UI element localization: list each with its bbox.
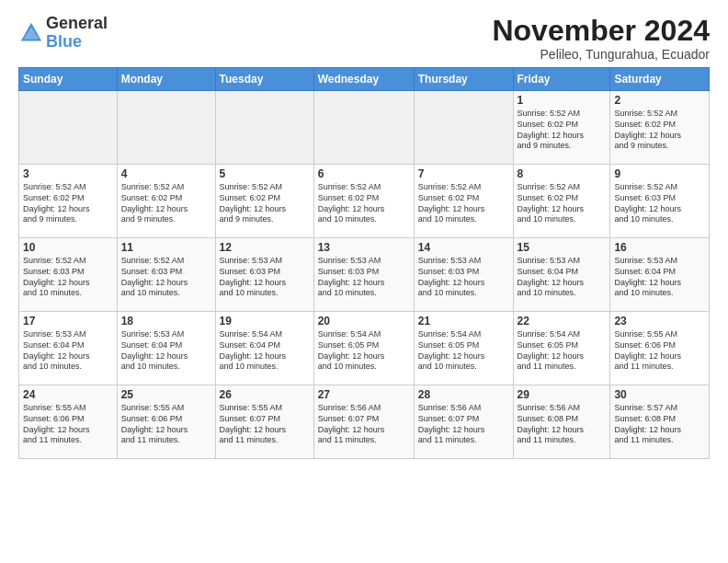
calendar-day: 6Sunrise: 5:52 AM Sunset: 6:02 PM Daylig… (313, 165, 414, 238)
calendar-day: 22Sunrise: 5:54 AM Sunset: 6:05 PM Dayli… (513, 312, 610, 385)
calendar-day: 29Sunrise: 5:56 AM Sunset: 6:08 PM Dayli… (513, 385, 610, 459)
calendar-day: 9Sunrise: 5:52 AM Sunset: 6:03 PM Daylig… (610, 165, 710, 238)
calendar-week: 17Sunrise: 5:53 AM Sunset: 6:04 PM Dayli… (19, 312, 710, 385)
month-title: November 2024 (492, 15, 710, 47)
logo-area: General Blue (18, 15, 108, 52)
day-info: Sunrise: 5:52 AM Sunset: 6:03 PM Dayligh… (614, 182, 705, 225)
calendar-day: 2Sunrise: 5:52 AM Sunset: 6:02 PM Daylig… (610, 91, 710, 165)
day-info: Sunrise: 5:54 AM Sunset: 6:04 PM Dayligh… (220, 329, 310, 373)
day-info: Sunrise: 5:55 AM Sunset: 6:06 PM Dayligh… (121, 403, 211, 446)
calendar-week: 10Sunrise: 5:52 AM Sunset: 6:03 PM Dayli… (19, 238, 710, 312)
day-number: 16 (614, 241, 705, 254)
day-info: Sunrise: 5:52 AM Sunset: 6:02 PM Dayligh… (121, 182, 211, 225)
page: General Blue November 2024 Pelileo, Tung… (0, 0, 728, 468)
day-info: Sunrise: 5:54 AM Sunset: 6:05 PM Dayligh… (418, 329, 509, 373)
logo-blue: Blue (46, 33, 108, 52)
calendar-day: 13Sunrise: 5:53 AM Sunset: 6:03 PM Dayli… (313, 238, 414, 312)
day-info: Sunrise: 5:53 AM Sunset: 6:03 PM Dayligh… (318, 256, 410, 299)
day-info: Sunrise: 5:52 AM Sunset: 6:02 PM Dayligh… (518, 109, 607, 152)
day-info: Sunrise: 5:54 AM Sunset: 6:05 PM Dayligh… (318, 329, 410, 373)
day-number: 27 (318, 388, 410, 401)
day-info: Sunrise: 5:53 AM Sunset: 6:04 PM Dayligh… (23, 329, 113, 373)
calendar-day: 18Sunrise: 5:53 AM Sunset: 6:04 PM Dayli… (117, 312, 215, 385)
calendar-day: 10Sunrise: 5:52 AM Sunset: 6:03 PM Dayli… (19, 238, 118, 312)
day-info: Sunrise: 5:52 AM Sunset: 6:02 PM Dayligh… (220, 182, 310, 225)
calendar-day: 8Sunrise: 5:52 AM Sunset: 6:02 PM Daylig… (513, 165, 610, 238)
calendar-day: 28Sunrise: 5:56 AM Sunset: 6:07 PM Dayli… (414, 385, 513, 459)
header-day: Saturday (610, 68, 710, 91)
day-number: 29 (518, 388, 607, 401)
day-info: Sunrise: 5:56 AM Sunset: 6:07 PM Dayligh… (418, 403, 509, 446)
calendar-day (215, 91, 313, 165)
day-number: 9 (614, 167, 705, 180)
calendar-day (19, 91, 118, 165)
day-info: Sunrise: 5:53 AM Sunset: 6:04 PM Dayligh… (614, 256, 705, 299)
title-area: November 2024 Pelileo, Tungurahua, Ecuad… (492, 15, 710, 62)
calendar-day: 19Sunrise: 5:54 AM Sunset: 6:04 PM Dayli… (215, 312, 313, 385)
day-number: 17 (23, 315, 113, 327)
logo-text: General Blue (46, 15, 108, 52)
day-number: 6 (318, 167, 410, 180)
day-info: Sunrise: 5:52 AM Sunset: 6:02 PM Dayligh… (23, 182, 113, 225)
day-number: 15 (518, 241, 607, 254)
header-area: General Blue November 2024 Pelileo, Tung… (18, 15, 710, 62)
day-number: 18 (121, 315, 211, 327)
day-number: 24 (23, 388, 113, 401)
calendar-day (313, 91, 414, 165)
day-number: 7 (418, 167, 509, 180)
calendar-body: 1Sunrise: 5:52 AM Sunset: 6:02 PM Daylig… (19, 91, 710, 459)
day-number: 28 (418, 388, 509, 401)
day-info: Sunrise: 5:53 AM Sunset: 6:04 PM Dayligh… (121, 329, 211, 373)
calendar-day: 11Sunrise: 5:52 AM Sunset: 6:03 PM Dayli… (117, 238, 215, 312)
header-day: Friday (513, 68, 610, 91)
header-day: Tuesday (215, 68, 313, 91)
day-number: 21 (418, 315, 509, 327)
calendar-day: 15Sunrise: 5:53 AM Sunset: 6:04 PM Dayli… (513, 238, 610, 312)
calendar-day (117, 91, 215, 165)
calendar-day: 27Sunrise: 5:56 AM Sunset: 6:07 PM Dayli… (313, 385, 414, 459)
logo-icon (18, 20, 44, 46)
day-number: 20 (318, 315, 410, 327)
day-info: Sunrise: 5:57 AM Sunset: 6:08 PM Dayligh… (614, 403, 705, 446)
header-day: Thursday (414, 68, 513, 91)
day-number: 5 (220, 167, 310, 180)
day-number: 11 (121, 241, 211, 254)
day-number: 2 (614, 94, 705, 107)
day-info: Sunrise: 5:53 AM Sunset: 6:03 PM Dayligh… (418, 256, 509, 299)
day-info: Sunrise: 5:54 AM Sunset: 6:05 PM Dayligh… (518, 329, 607, 373)
calendar-day: 30Sunrise: 5:57 AM Sunset: 6:08 PM Dayli… (610, 385, 710, 459)
calendar-day: 17Sunrise: 5:53 AM Sunset: 6:04 PM Dayli… (19, 312, 118, 385)
day-number: 30 (614, 388, 705, 401)
day-info: Sunrise: 5:56 AM Sunset: 6:08 PM Dayligh… (518, 403, 607, 446)
day-info: Sunrise: 5:56 AM Sunset: 6:07 PM Dayligh… (318, 403, 410, 446)
calendar-week: 1Sunrise: 5:52 AM Sunset: 6:02 PM Daylig… (19, 91, 710, 165)
calendar-day: 16Sunrise: 5:53 AM Sunset: 6:04 PM Dayli… (610, 238, 710, 312)
day-info: Sunrise: 5:52 AM Sunset: 6:03 PM Dayligh… (23, 256, 113, 299)
day-info: Sunrise: 5:55 AM Sunset: 6:06 PM Dayligh… (614, 329, 705, 373)
day-info: Sunrise: 5:53 AM Sunset: 6:03 PM Dayligh… (220, 256, 310, 299)
day-info: Sunrise: 5:55 AM Sunset: 6:06 PM Dayligh… (23, 403, 113, 446)
day-number: 4 (121, 167, 211, 180)
calendar-day: 3Sunrise: 5:52 AM Sunset: 6:02 PM Daylig… (19, 165, 118, 238)
calendar-day: 23Sunrise: 5:55 AM Sunset: 6:06 PM Dayli… (610, 312, 710, 385)
calendar-header: SundayMondayTuesdayWednesdayThursdayFrid… (19, 68, 710, 91)
logo-general: General (46, 15, 108, 33)
calendar-day: 21Sunrise: 5:54 AM Sunset: 6:05 PM Dayli… (414, 312, 513, 385)
day-number: 12 (220, 241, 310, 254)
day-number: 8 (518, 167, 607, 180)
header-row: SundayMondayTuesdayWednesdayThursdayFrid… (19, 68, 710, 91)
calendar-day: 5Sunrise: 5:52 AM Sunset: 6:02 PM Daylig… (215, 165, 313, 238)
day-number: 26 (220, 388, 310, 401)
calendar-week: 24Sunrise: 5:55 AM Sunset: 6:06 PM Dayli… (19, 385, 710, 459)
day-number: 25 (121, 388, 211, 401)
calendar-day: 4Sunrise: 5:52 AM Sunset: 6:02 PM Daylig… (117, 165, 215, 238)
day-info: Sunrise: 5:52 AM Sunset: 6:02 PM Dayligh… (518, 182, 607, 225)
header-day: Monday (117, 68, 215, 91)
day-info: Sunrise: 5:52 AM Sunset: 6:02 PM Dayligh… (614, 109, 705, 152)
calendar-week: 3Sunrise: 5:52 AM Sunset: 6:02 PM Daylig… (19, 165, 710, 238)
day-info: Sunrise: 5:52 AM Sunset: 6:02 PM Dayligh… (418, 182, 509, 225)
calendar-day: 7Sunrise: 5:52 AM Sunset: 6:02 PM Daylig… (414, 165, 513, 238)
calendar-day: 26Sunrise: 5:55 AM Sunset: 6:07 PM Dayli… (215, 385, 313, 459)
calendar-table: SundayMondayTuesdayWednesdayThursdayFrid… (18, 67, 710, 459)
day-info: Sunrise: 5:52 AM Sunset: 6:03 PM Dayligh… (121, 256, 211, 299)
